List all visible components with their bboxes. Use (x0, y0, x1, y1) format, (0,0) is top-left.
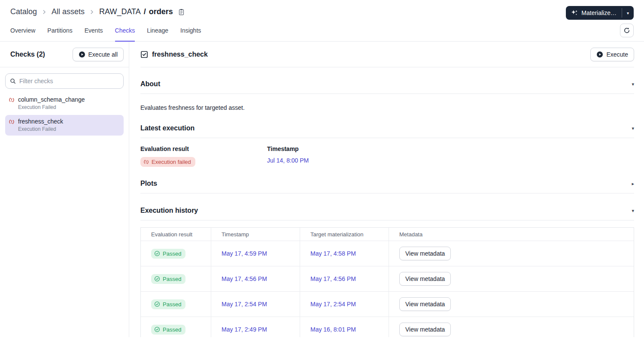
plots-section-heading: Plots ▸ (140, 180, 634, 187)
row-timestamp-link[interactable]: May 17, 4:56 PM (222, 275, 267, 282)
check-item-column-schema-change[interactable]: column_schema_change Execution Failed (5, 93, 124, 114)
chevron-right-icon (89, 9, 95, 15)
about-section-heading: About ▾ (140, 80, 634, 88)
col-metadata: Metadata (389, 228, 634, 241)
check-circle-icon (154, 276, 160, 282)
check-circle-icon (154, 326, 160, 332)
sync-problem-icon (143, 159, 149, 165)
check-status: Execution Failed (18, 126, 120, 132)
refresh-icon (623, 27, 630, 34)
breadcrumb: Catalog All assets RAW_DATA / orders (10, 6, 185, 16)
table-body: Passed May 17, 4:59 PM May 17, 4:58 PM V… (141, 241, 634, 337)
caret-down-icon[interactable]: ▾ (632, 81, 634, 87)
sidebar-title: Checks (2) (10, 51, 45, 58)
filter-checks-input[interactable] (19, 78, 119, 84)
play-icon (596, 51, 603, 58)
asset-name: orders (149, 7, 173, 16)
refresh-button[interactable] (620, 24, 634, 37)
caret-right-icon[interactable]: ▸ (632, 181, 634, 187)
plots-heading-label: Plots (140, 180, 157, 187)
row-target-link[interactable]: May 17, 4:56 PM (310, 275, 356, 282)
execute-all-button[interactable]: Execute all (73, 48, 124, 61)
check-name: column_schema_change (18, 96, 120, 103)
execution-history-heading-label: Execution history (140, 207, 198, 214)
table-row: Passed May 17, 4:59 PM May 17, 4:58 PM V… (141, 241, 634, 266)
passed-badge-label: Passed (163, 250, 181, 257)
row-target-link[interactable]: May 16, 8:01 PM (310, 326, 356, 333)
table-row: Passed May 17, 2:49 PM May 16, 8:01 PM V… (141, 317, 634, 337)
asset-group[interactable]: RAW_DATA (99, 7, 141, 16)
col-evaluation-result: Evaluation result (141, 228, 211, 241)
materialize-button[interactable]: Materialize… (566, 6, 622, 20)
check-detail-pane: freshness_check Execute About ▾ Evaluate… (129, 42, 644, 337)
check-circle-icon (154, 301, 160, 307)
table-row: Passed May 17, 2:54 PM May 17, 2:54 PM V… (141, 291, 634, 317)
row-timestamp-link[interactable]: May 17, 2:54 PM (222, 301, 267, 308)
sidebar-header: Checks (2) Execute all (0, 42, 129, 67)
materialize-label: Materialize… (581, 9, 617, 16)
check-title: freshness_check (152, 51, 208, 58)
tab-insights[interactable]: Insights (180, 20, 201, 42)
table-header-row: Evaluation result Timestamp Target mater… (141, 228, 634, 241)
breadcrumb-catalog[interactable]: Catalog (10, 7, 37, 16)
view-metadata-button[interactable]: View metadata (399, 297, 451, 311)
passed-badge-label: Passed (163, 326, 181, 333)
check-title-row: freshness_check (140, 51, 208, 58)
caret-down-icon[interactable]: ▾ (632, 208, 634, 214)
execution-history-heading: Execution history ▾ (140, 207, 634, 214)
materialize-split-button: Materialize… ▾ (566, 6, 634, 20)
caret-down-icon[interactable]: ▾ (632, 126, 634, 131)
check-item-freshness-check[interactable]: freshness_check Execution Failed (5, 115, 124, 136)
view-metadata-button[interactable]: View metadata (399, 272, 451, 286)
section-divider (140, 94, 634, 94)
breadcrumb-all-assets[interactable]: All assets (52, 7, 85, 16)
check-task-icon (140, 51, 148, 58)
timestamp-field: Timestamp Jul 14, 8:00 PM (267, 145, 634, 167)
copy-icon[interactable] (178, 8, 185, 16)
passed-badge: Passed (151, 299, 185, 309)
check-circle-icon (154, 250, 160, 256)
view-metadata-button[interactable]: View metadata (399, 247, 451, 260)
sync-problem-icon (9, 118, 18, 125)
check-name: freshness_check (18, 118, 120, 125)
row-timestamp-link[interactable]: May 17, 4:59 PM (222, 250, 267, 257)
execution-failed-badge: Execution failed (140, 157, 195, 167)
about-heading-label: About (140, 80, 160, 88)
row-timestamp-link[interactable]: May 17, 2:49 PM (222, 326, 267, 333)
row-target-link[interactable]: May 17, 4:58 PM (310, 250, 356, 257)
execute-label: Execute (606, 51, 628, 58)
row-target-link[interactable]: May 17, 2:54 PM (310, 301, 356, 308)
tab-overview[interactable]: Overview (10, 20, 35, 42)
search-icon (10, 78, 16, 84)
view-metadata-button[interactable]: View metadata (399, 323, 451, 336)
latest-execution-grid: Evaluation result Execution failed Times… (140, 145, 634, 167)
check-list: column_schema_change Execution Failed fr… (0, 93, 129, 136)
passed-badge-label: Passed (163, 301, 181, 308)
timestamp-label: Timestamp (267, 145, 634, 152)
check-detail-header: freshness_check Execute (140, 42, 634, 67)
tab-partitions[interactable]: Partitions (47, 20, 72, 42)
section-divider (140, 220, 634, 220)
passed-badge: Passed (151, 274, 185, 284)
latest-timestamp-link[interactable]: Jul 14, 8:00 PM (267, 157, 309, 164)
tab-lineage[interactable]: Lineage (147, 20, 168, 42)
about-body: Evaluates freshness for targeted asset. (140, 104, 634, 111)
caret-down-icon: ▾ (627, 11, 629, 15)
execution-history-table: Evaluation result Timestamp Target mater… (140, 227, 634, 337)
col-target-materialization: Target materialization (300, 228, 389, 241)
evaluation-result-value: Execution failed (140, 157, 267, 167)
materialize-dropdown-button[interactable]: ▾ (622, 6, 634, 20)
tab-events[interactable]: Events (85, 20, 103, 42)
execute-all-label: Execute all (88, 51, 118, 58)
execute-button[interactable]: Execute (590, 48, 634, 61)
play-icon (79, 51, 85, 58)
filter-checks-field (5, 73, 124, 89)
sparkle-icon (571, 9, 578, 17)
section-divider (140, 193, 634, 193)
tab-checks[interactable]: Checks (115, 20, 135, 42)
checks-sidebar: Checks (2) Execute all column_schema_cha… (0, 42, 129, 337)
latest-heading-label: Latest execution (140, 124, 194, 132)
execution-failed-badge-label: Execution failed (152, 159, 191, 165)
check-status: Execution Failed (18, 104, 120, 110)
evaluation-result-label: Evaluation result (140, 145, 267, 152)
